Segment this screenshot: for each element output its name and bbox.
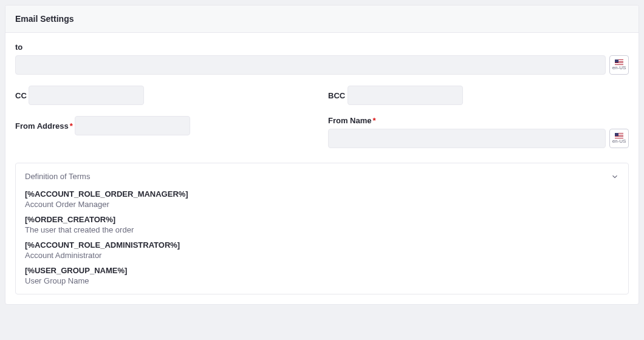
field-from-address: From Address* [15, 116, 316, 148]
label-cc: CC [15, 91, 27, 100]
term-item: [%ACCOUNT_ROLE_ORDER_MANAGER%] Account O… [25, 189, 619, 209]
term-item: [%ACCOUNT_ROLE_ADMINISTRATOR%] Account A… [25, 240, 619, 260]
chevron-down-icon [611, 172, 619, 181]
term-desc: Account Order Manager [25, 200, 619, 209]
terms-list: [%ACCOUNT_ROLE_ORDER_MANAGER%] Account O… [25, 189, 619, 285]
required-asterisk: * [70, 121, 73, 131]
term-desc: The user that created the order [25, 225, 619, 234]
email-settings-panel: Email Settings to en-US CC BCC [5, 5, 639, 305]
field-to: to en-US [15, 42, 629, 75]
terms-title: Definition of Terms [25, 172, 90, 181]
cc-input[interactable] [29, 86, 144, 105]
field-from-name: From Name* en-US [328, 116, 629, 148]
label-from-name: From Name* [328, 116, 376, 125]
required-asterisk: * [373, 116, 376, 125]
locale-button-from-name[interactable]: en-US [609, 129, 629, 148]
locale-code: en-US [612, 66, 626, 70]
field-bcc: BCC [328, 86, 629, 105]
from-address-input[interactable] [75, 116, 190, 135]
locale-button-to[interactable]: en-US [609, 55, 629, 75]
definition-of-terms: Definition of Terms [%ACCOUNT_ROLE_ORDER… [15, 163, 629, 294]
flag-us-icon [615, 59, 623, 65]
term-item: [%ORDER_CREATOR%] The user that created … [25, 215, 619, 234]
field-cc: CC [15, 86, 316, 105]
from-name-input[interactable] [328, 129, 606, 148]
to-input[interactable] [15, 55, 606, 75]
term-token: [%USER_GROUP_NAME%] [25, 266, 619, 275]
term-token: [%ACCOUNT_ROLE_ADMINISTRATOR%] [25, 240, 619, 250]
term-token: [%ACCOUNT_ROLE_ORDER_MANAGER%] [25, 189, 619, 199]
bcc-input[interactable] [348, 86, 463, 105]
label-bcc: BCC [328, 91, 345, 100]
term-item: [%USER_GROUP_NAME%] User Group Name [25, 266, 619, 285]
label-from-address: From Address* [15, 121, 73, 131]
term-token: [%ORDER_CREATOR%] [25, 215, 619, 224]
term-desc: Account Administrator [25, 251, 619, 260]
terms-toggle[interactable]: Definition of Terms [25, 172, 619, 181]
locale-code: en-US [612, 139, 626, 144]
panel-title: Email Settings [5, 5, 639, 33]
panel-body: to en-US CC BCC Fr [5, 33, 639, 304]
term-desc: User Group Name [25, 276, 619, 285]
flag-us-icon [615, 133, 623, 138]
label-to: to [15, 42, 22, 52]
